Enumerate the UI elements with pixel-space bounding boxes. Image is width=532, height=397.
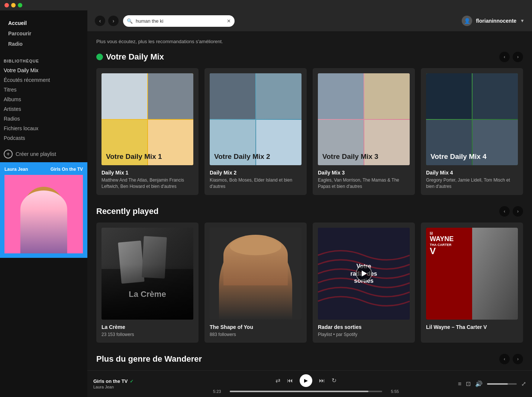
- user-avatar-icon: 👤: [462, 16, 472, 26]
- create-playlist-label: Créer une playlist: [16, 151, 56, 157]
- mix2-overlay: Votre Daily Mix 2: [214, 153, 297, 161]
- sidebar-item-albums[interactable]: Albums: [0, 95, 87, 104]
- wanderer-nav-prev[interactable]: ‹: [499, 354, 510, 364]
- sidebar-item-podcasts[interactable]: Podcasts: [0, 133, 87, 143]
- recently-played-lacreme-card[interactable]: La Crème La Crème 23 153 followers: [96, 222, 199, 343]
- sidebar-item-accueil[interactable]: Accueil: [4, 18, 83, 28]
- edsheeran-image: [210, 228, 302, 320]
- lacreme-image: La Crème: [101, 228, 193, 320]
- sidebar-item-artistes[interactable]: Artistes: [0, 104, 87, 114]
- daily-mix-section-header: Votre Daily Mix ‹ ›: [96, 52, 523, 62]
- daily-mix-2-title: Daily Mix 2: [210, 170, 302, 176]
- daily-mix-grid: Votre Daily Mix 1 Daily Mix 1 Matthew An…: [96, 68, 523, 195]
- mix3-tr: [364, 73, 410, 119]
- sidebar-item-votre-daily-mix[interactable]: Votre Daily Mix: [0, 65, 87, 75]
- page-subtitle: Plus vous écoutez, plus les recommandati…: [96, 39, 523, 44]
- player-track-name: Girls on the TV ✓: [93, 378, 160, 384]
- player-liked-icon: ✓: [130, 379, 133, 384]
- mix2-tr: [256, 73, 302, 119]
- username-label: florianinnocente: [476, 18, 516, 24]
- sidebar-item-radio[interactable]: Radio: [4, 39, 83, 49]
- radar-title: Radar des sorties: [318, 324, 410, 330]
- mix1-photo-grid: [101, 73, 193, 165]
- edsheeran-title: The Shape of You: [210, 324, 302, 330]
- np-cover[interactable]: [4, 175, 83, 253]
- daily-mix-nav-prev[interactable]: ‹: [499, 52, 510, 62]
- create-playlist-button[interactable]: + Créer une playlist: [0, 146, 87, 162]
- shuffle-button[interactable]: ⇄: [275, 377, 280, 384]
- mix3-title-overlay: Votre Daily Mix 3: [322, 153, 405, 161]
- lilwayne-title: Lil Wayne – Tha Carter V: [426, 324, 518, 330]
- mix4-tl: [426, 73, 472, 119]
- spotify-icon: [96, 54, 103, 60]
- sidebar-item-parcourir[interactable]: Parcourir: [4, 28, 83, 39]
- daily-mix-3-description: Eagles, Van Morrison, The Mamas & The Pa…: [318, 177, 410, 190]
- mix3-tl: [318, 73, 364, 119]
- sidebar-item-fichiers-locaux[interactable]: Fichiers locaux: [0, 124, 87, 133]
- player-track-name-text: Girls on the TV: [93, 378, 128, 384]
- player-right: ≡ ⊡ 🔊 ⤢: [452, 380, 526, 387]
- mix4-tr: [473, 73, 518, 119]
- mix1-tl: [101, 73, 147, 119]
- chevron-down-icon[interactable]: ▼: [520, 18, 525, 23]
- sidebar-item-titres[interactable]: Titres: [0, 85, 87, 95]
- radar-play-button-overlay[interactable]: [318, 228, 410, 320]
- sidebar: Accueil Parcourir Radio BIBLIOTHÈQUE Vot…: [0, 10, 87, 397]
- recently-played-nav-prev[interactable]: ‹: [499, 206, 510, 217]
- next-button[interactable]: ⏭: [319, 377, 325, 384]
- search-bar: 🔍 ✕: [123, 15, 235, 27]
- player-artist-name: Laura Jean: [93, 385, 160, 389]
- nav-forward-button[interactable]: ›: [108, 16, 119, 26]
- sidebar-item-radios[interactable]: Radios: [0, 114, 87, 124]
- section-nav-daily-mix: ‹ ›: [499, 52, 523, 62]
- daily-mix-3-card[interactable]: Votre Daily Mix 3 Daily Mix 3 Eagles, Va…: [313, 68, 415, 195]
- page-scroll[interactable]: Plus vous écoutez, plus les recommandati…: [87, 31, 532, 370]
- recently-played-edsheeran-card[interactable]: The Shape of You 883 followers: [204, 222, 307, 343]
- repeat-button[interactable]: ↻: [332, 377, 336, 384]
- daily-mix-2-card[interactable]: Votre Daily Mix 2 Daily Mix 2 Kiasmos, B…: [204, 68, 307, 195]
- daily-mix-1-title: Daily Mix 1: [101, 170, 193, 176]
- prev-button[interactable]: ⏮: [287, 377, 293, 384]
- edsheeran-subtitle: 883 followers: [210, 332, 302, 338]
- mix1-overlay: Votre Daily Mix 1: [106, 153, 189, 161]
- recently-played-radar-card[interactable]: Votre radar des sorties R: [313, 222, 415, 343]
- lil-wayne-art: lil WAYNE THA CARTER V: [426, 228, 518, 320]
- volume-bar[interactable]: [487, 383, 517, 385]
- play-pause-button[interactable]: ▶: [300, 374, 312, 387]
- daily-mix-nav-next[interactable]: ›: [513, 52, 523, 62]
- mix3-overlay: Votre Daily Mix 3: [322, 153, 405, 161]
- titlebar: [0, 0, 532, 10]
- daily-mix-3-title: Daily Mix 3: [318, 170, 410, 176]
- progress-bar[interactable]: [230, 391, 382, 392]
- search-clear-icon[interactable]: ✕: [227, 18, 231, 24]
- daily-mix-3-image: Votre Daily Mix 3: [318, 73, 410, 165]
- wanderer-section-header: Plus du genre de Wanderer ‹ ›: [96, 354, 523, 364]
- devices-button[interactable]: ⊡: [466, 380, 471, 387]
- daily-mix-1-card[interactable]: Votre Daily Mix 1 Daily Mix 1 Matthew An…: [96, 68, 199, 195]
- nav-back-button[interactable]: ‹: [95, 16, 105, 26]
- np-labels: Laura Jean Girls On the TV: [4, 167, 83, 172]
- queue-button[interactable]: ≡: [458, 381, 461, 387]
- player-buttons: ⇄ ⏮ ▶ ⏭ ↻: [275, 374, 336, 387]
- play-icon: [362, 270, 367, 276]
- search-input[interactable]: [123, 15, 235, 27]
- daily-mix-4-card[interactable]: Votre Daily Mix 4 Daily Mix 4 Gregory Po…: [421, 68, 523, 195]
- section-nav-wanderer: ‹ ›: [499, 354, 523, 364]
- fullscreen-toggle-button[interactable]: ⤢: [521, 380, 526, 387]
- wanderer-nav-next[interactable]: ›: [513, 354, 523, 364]
- daily-mix-2-description: Kiasmos, Bob Moses, Elder Island et bien…: [210, 177, 302, 190]
- close-button[interactable]: [4, 3, 9, 7]
- search-icon: 🔍: [127, 18, 133, 24]
- minimize-button[interactable]: [11, 3, 16, 7]
- radar-image: Votre radar des sorties: [318, 228, 410, 320]
- player-bar: Girls on the TV ✓ Laura Jean ⇄ ⏮ ▶ ⏭ ↻ 5…: [87, 370, 532, 397]
- volume-button[interactable]: 🔊: [475, 380, 483, 387]
- main-content: ‹ › 🔍 ✕ 👤 florianinnocente ▼ Plus vous é…: [87, 10, 532, 397]
- sidebar-item-ecoutes-recemment[interactable]: Écoutés récemment: [0, 75, 87, 85]
- fullscreen-button[interactable]: [18, 3, 22, 7]
- recently-played-nav-next[interactable]: ›: [513, 206, 523, 217]
- topbar-right: 👤 florianinnocente ▼: [462, 16, 525, 26]
- recently-played-lilwayne-card[interactable]: lil WAYNE THA CARTER V Lil Wayne: [421, 222, 523, 343]
- lilwayne-image: lil WAYNE THA CARTER V: [426, 228, 518, 320]
- lacreme-text: La Crème: [129, 289, 166, 299]
